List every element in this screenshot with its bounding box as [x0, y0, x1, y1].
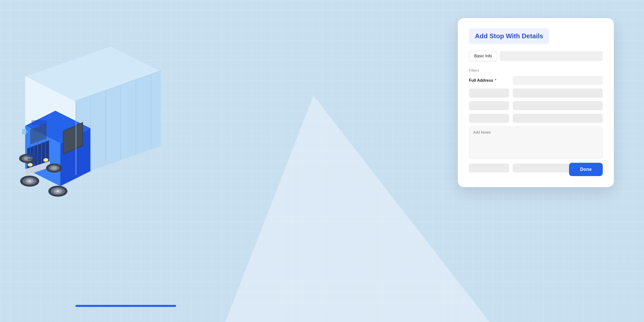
skeleton-input-3 [513, 114, 603, 123]
svg-point-26 [56, 190, 59, 192]
truck-illustration [5, 30, 181, 257]
tab-basic-info[interactable]: Basic Info [469, 51, 497, 61]
full-address-label: Full Address * [469, 78, 509, 83]
bottom-accent-line [75, 305, 176, 307]
svg-rect-42 [22, 129, 26, 134]
skeleton-input-1 [513, 89, 603, 98]
skeleton-row-3 [469, 114, 603, 123]
svg-rect-40 [27, 156, 41, 157]
filters-label: Filters [469, 68, 603, 72]
svg-rect-41 [27, 158, 41, 160]
skeleton-label-bottom [469, 164, 509, 173]
svg-point-22 [28, 180, 31, 182]
svg-point-17 [28, 163, 33, 167]
notes-textarea[interactable] [469, 126, 603, 159]
svg-rect-39 [27, 153, 41, 155]
skeleton-label-3 [469, 114, 509, 123]
tab-row: Basic Info [469, 51, 603, 61]
skeleton-row-2 [469, 101, 603, 110]
skeleton-row-1 [469, 89, 603, 98]
add-stop-dialog: Add Stop With Details Basic Info Filters… [458, 18, 614, 187]
full-address-row: Full Address * [469, 76, 603, 85]
tab-bar-background [500, 51, 603, 61]
full-address-input[interactable] [513, 76, 603, 85]
required-star: * [494, 78, 496, 83]
background-beam [225, 96, 490, 322]
dialog-title: Add Stop With Details [469, 28, 549, 44]
skeleton-input-2 [513, 101, 603, 110]
skeleton-label-2 [469, 101, 509, 110]
svg-rect-44 [31, 120, 47, 125]
skeleton-label-1 [469, 89, 509, 98]
svg-point-32 [51, 166, 57, 170]
done-button[interactable]: Done [569, 163, 603, 176]
